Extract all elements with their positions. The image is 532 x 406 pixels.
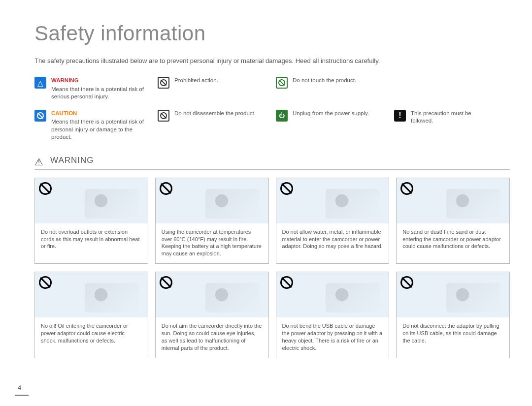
card-text: Do not overload outlets or extension cor… [35,223,148,262]
page-number: 4 [18,383,21,392]
card-illustration [156,272,268,317]
prohibit-icon [280,182,293,195]
legend-prohibited-text: Prohibited action. [174,77,271,85]
legend-caution: CAUTION Means that there is a potential … [34,110,153,141]
card-text: No oil! Oil entering the camcorder or po… [35,317,148,356]
card-illustration [276,178,389,223]
intro-text: The safety precautions illustrated below… [34,57,510,65]
warning-card: Do not bend the USB cable or damage the … [276,272,390,358]
prohibit-icon [400,276,413,289]
legend-unplug-text: Unplug from the power supply. [293,110,389,118]
legend-grid: △ WARNING Means that there is a potentia… [34,77,510,141]
no-touch-icon [276,77,288,89]
warning-section-header: ⚠ WARNING [34,155,510,170]
sketch-icon [85,283,139,312]
card-text: Do not aim the camcorder directly into t… [156,317,268,357]
card-illustration [156,178,268,223]
legend-no-touch-text: Do not touch the product. [293,77,389,85]
warning-triangle-icon: △ [34,77,46,89]
legend-warning-text: Means that there is a potential risk of … [51,86,144,100]
legend-warning: △ WARNING Means that there is a potentia… [34,77,153,101]
prohibit-icon [400,182,413,195]
card-illustration [276,272,389,317]
warning-section-label: WARNING [50,155,94,166]
legend-no-touch: Do not touch the product. [276,77,389,101]
card-text: Do not disconnect the adaptor by pulling… [397,317,509,356]
card-illustration [397,272,509,317]
legend-prohibited: Prohibited action. [158,77,271,101]
legend-disassemble-text: Do not disassemble the product. [174,110,271,118]
card-text: Do not bend the USB cable or damage the … [276,317,389,357]
sketch-icon [205,283,260,312]
legend-caution-text: Means that there is a potential risk of … [51,119,144,140]
sketch-icon [205,189,260,219]
warning-card: Do not aim the camcorder directly into t… [155,272,269,358]
warning-section-icon: ⚠ [34,156,45,165]
legend-unplug: ⏻ Unplug from the power supply. [276,110,389,141]
edge-bar-decoration [15,395,29,396]
card-text: No sand or dust! Fine sand or dust enter… [397,223,509,262]
warning-card: Using the camcorder at temperatures over… [155,178,269,264]
sketch-icon [446,189,500,219]
legend-caution-title: CAUTION [51,110,153,118]
prohibit-icon [280,276,293,289]
no-disassemble-icon [158,110,169,122]
unplug-icon: ⏻ [276,110,288,122]
warning-card: No sand or dust! Fine sand or dust enter… [396,178,510,264]
card-illustration [35,178,148,223]
prohibited-icon [158,77,169,89]
sketch-icon [326,283,380,312]
warning-card: No oil! Oil entering the camcorder or po… [34,272,148,358]
legend-warning-title: WARNING [51,77,153,85]
must-follow-icon: ! [394,110,406,122]
sketch-icon [326,189,380,219]
prohibit-icon [39,182,52,195]
warning-card: Do not allow water, metal, or inflammabl… [276,178,390,264]
warning-card: Do not disconnect the adaptor by pulling… [396,272,510,358]
warning-cards-row-2: No oil! Oil entering the camcorder or po… [34,272,510,358]
card-text: Using the camcorder at temperatures over… [156,223,268,263]
legend-must-follow: ! This precaution must be followed. [394,110,493,141]
legend-must-follow-text: This precaution must be followed. [411,110,493,125]
caution-circle-icon [34,110,46,122]
page-title: Safety information [34,20,510,48]
prohibit-icon [39,276,52,289]
sketch-icon [85,189,139,219]
warning-card: Do not overload outlets or extension cor… [34,178,148,264]
prohibit-icon [160,276,172,289]
prohibit-icon [160,182,172,195]
legend-disassemble: Do not disassemble the product. [158,110,271,141]
sketch-icon [446,283,500,312]
card-illustration [35,272,148,317]
card-illustration [397,178,509,223]
warning-cards-row-1: Do not overload outlets or extension cor… [34,178,510,264]
card-text: Do not allow water, metal, or inflammabl… [276,223,389,262]
